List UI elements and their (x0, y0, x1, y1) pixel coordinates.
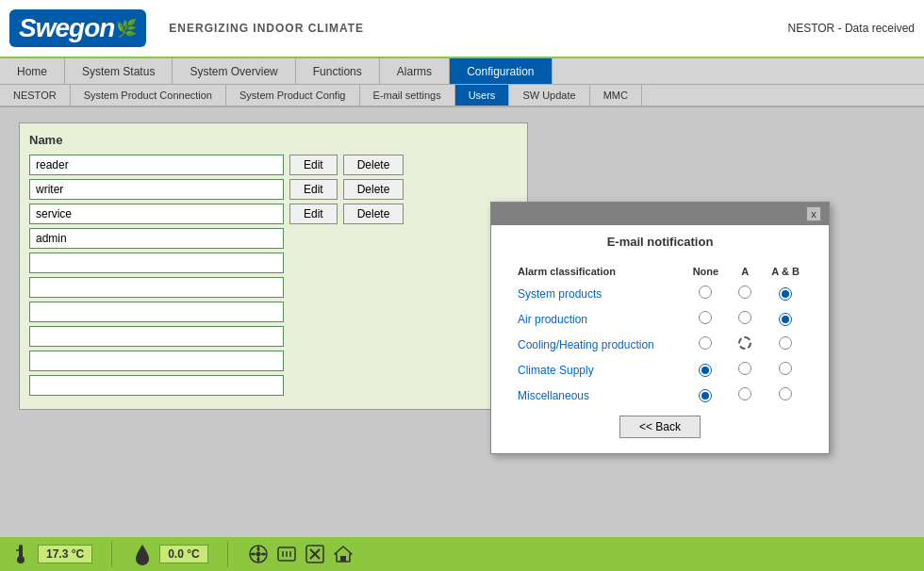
logo-area: Swegon🌿 ENERGIZING INDOOR CLIMATE (9, 9, 364, 47)
nav2-users[interactable]: Users (455, 85, 510, 106)
email-notification-modal: x E-mail notification Alarm classificati… (490, 202, 830, 454)
col-alarm-classification: Alarm classification (510, 262, 683, 281)
back-button[interactable]: << Back (619, 416, 701, 438)
statusbar: 17.3 °C 0.0 °C (0, 537, 924, 571)
table-row (29, 302, 518, 322)
table-row (29, 375, 518, 396)
table-row: Climate Supply (510, 357, 810, 383)
water-icon (131, 543, 154, 565)
table-row: Edit Delete (29, 179, 518, 200)
table-row: Edit Delete (29, 204, 518, 224)
nav2-system-product-config[interactable]: System Product Config (226, 85, 360, 106)
alarm-label-system-products: System products (510, 281, 683, 306)
radio-climate-supply-ab[interactable] (761, 357, 810, 383)
radio-cooling-heating-none[interactable] (683, 332, 729, 357)
table-row: Miscellaneous (510, 383, 810, 408)
radio-miscellaneous-ab[interactable] (761, 383, 810, 408)
table-row (29, 253, 518, 273)
nav-system-overview[interactable]: System Overview (173, 58, 295, 84)
x-icon (304, 543, 326, 565)
radio-air-production-a[interactable] (729, 306, 761, 332)
modal-close-button[interactable]: x (806, 206, 821, 221)
nav-alarms[interactable]: Alarms (380, 58, 450, 84)
edit-service-button[interactable]: Edit (289, 204, 338, 224)
table-row: Air production (510, 306, 810, 332)
table-row: System products (510, 281, 810, 306)
main-content: Name Edit Delete Edit Delete Edit Delete (0, 107, 924, 537)
edit-reader-button[interactable]: Edit (289, 155, 338, 175)
nav-functions[interactable]: Functions (296, 58, 380, 84)
nav2-email-settings[interactable]: E-mail settings (360, 85, 455, 106)
delete-writer-button[interactable]: Delete (343, 179, 404, 200)
user-name-empty-4[interactable] (29, 326, 284, 347)
edit-writer-button[interactable]: Edit (289, 179, 338, 200)
user-name-empty-1[interactable] (29, 253, 284, 273)
header-status: NESTOR - Data received (788, 22, 916, 35)
divider-2 (227, 541, 228, 567)
logo-leaf: 🌿 (116, 18, 137, 39)
user-name-writer[interactable] (29, 179, 284, 200)
svg-rect-13 (340, 556, 346, 562)
svg-rect-0 (19, 545, 23, 558)
header: Swegon🌿 ENERGIZING INDOOR CLIMATE NESTOR… (0, 0, 924, 58)
logo-text: Swegon (19, 13, 114, 43)
status-icon-group (247, 543, 355, 565)
modal-body: Alarm classification None A A & B System… (491, 254, 829, 453)
user-name-empty-6[interactable] (29, 375, 284, 396)
users-heading: Name (29, 133, 518, 147)
users-panel: Name Edit Delete Edit Delete Edit Delete (19, 122, 528, 410)
radio-system-products-ab[interactable] (761, 281, 810, 306)
radio-cooling-heating-ab[interactable] (761, 332, 810, 357)
email-notification-table: Alarm classification None A A & B System… (510, 262, 810, 408)
nav-home[interactable]: Home (0, 58, 65, 84)
radio-climate-supply-none[interactable] (683, 357, 729, 383)
svg-point-4 (256, 552, 260, 557)
user-name-empty-5[interactable] (29, 351, 284, 371)
nav2-system-product-connection[interactable]: System Product Connection (71, 85, 226, 106)
user-name-service[interactable] (29, 204, 284, 224)
user-name-reader[interactable] (29, 155, 284, 175)
modal-header: x (491, 203, 829, 225)
radio-miscellaneous-none[interactable] (683, 383, 729, 408)
alarm-label-climate-supply: Climate Supply (510, 357, 683, 383)
radio-cooling-heating-a[interactable] (729, 332, 761, 357)
tagline: ENERGIZING INDOOR CLIMATE (169, 22, 364, 35)
radio-climate-supply-a[interactable] (729, 357, 761, 383)
nav-configuration[interactable]: Configuration (450, 58, 552, 84)
temp2-value: 0.0 °C (159, 545, 207, 563)
nav2-mmc[interactable]: MMC (590, 85, 642, 106)
alarm-label-cooling-heating: Cooling/Heating production (510, 332, 683, 357)
table-row (29, 351, 518, 371)
radio-air-production-ab[interactable] (761, 306, 810, 332)
delete-service-button[interactable]: Delete (343, 204, 404, 224)
nav-system-status[interactable]: System Status (65, 58, 173, 84)
modal-title: E-mail notification (491, 225, 829, 254)
nav-primary: Home System Status System Overview Funct… (0, 58, 924, 85)
radio-air-production-none[interactable] (683, 306, 729, 332)
nav2-nestor[interactable]: NESTOR (0, 85, 71, 106)
svg-point-1 (17, 556, 25, 563)
table-row: Cooling/Heating production (510, 332, 810, 357)
nav-secondary: NESTOR System Product Connection System … (0, 85, 924, 107)
alarm-label-air-production: Air production (510, 306, 683, 332)
table-row: Edit Delete (29, 155, 518, 175)
delete-reader-button[interactable]: Delete (343, 155, 404, 175)
nav2-sw-update[interactable]: SW Update (509, 85, 589, 106)
thermometer-icon (9, 543, 32, 565)
divider-1 (111, 541, 112, 567)
logo-box: Swegon🌿 (9, 9, 146, 47)
table-row (29, 326, 518, 347)
alarm-label-miscellaneous: Miscellaneous (510, 383, 683, 408)
house-icon (332, 543, 355, 565)
table-row (29, 277, 518, 298)
col-a: A (729, 262, 761, 281)
radio-system-products-a[interactable] (729, 281, 761, 306)
status-temp2: 0.0 °C (131, 543, 207, 565)
radio-miscellaneous-a[interactable] (729, 383, 761, 408)
user-name-admin[interactable] (29, 228, 284, 249)
status-temp1: 17.3 °C (9, 543, 92, 565)
user-name-empty-3[interactable] (29, 302, 284, 322)
radio-system-products-none[interactable] (683, 281, 729, 306)
gauge-icon (275, 543, 298, 565)
user-name-empty-2[interactable] (29, 277, 284, 298)
